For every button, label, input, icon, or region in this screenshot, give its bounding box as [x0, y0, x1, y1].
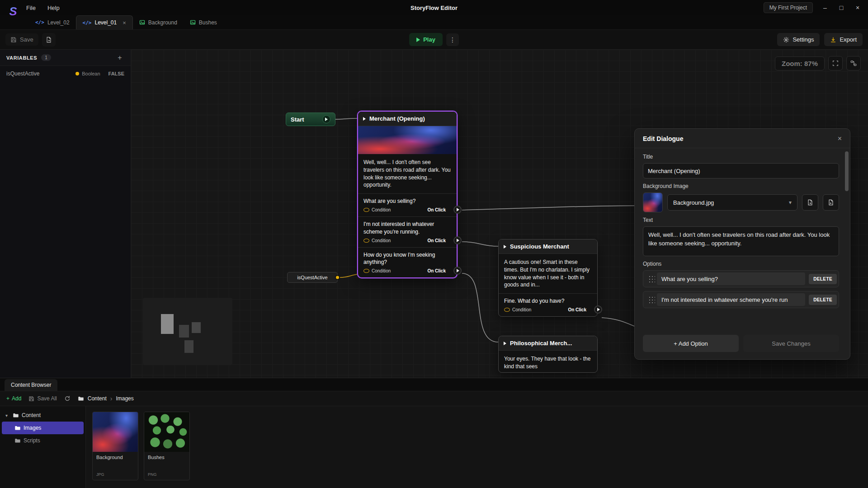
file-import-icon — [828, 199, 834, 206]
delete-option-button[interactable]: DELETE — [809, 274, 837, 284]
suspicious-node-header[interactable]: Suspicious Merchant — [499, 239, 597, 254]
drag-handle-icon[interactable] — [648, 274, 655, 283]
start-node[interactable]: Start — [286, 113, 335, 126]
add-option-button[interactable]: + Add Option — [643, 335, 739, 352]
content-browser-tab[interactable]: Content Browser — [5, 379, 57, 391]
document-tab-bar: </> Level_02 </> Level_01 × Background B… — [0, 15, 868, 30]
panel-title: Edit Dialogue — [643, 135, 683, 142]
file-export-icon — [807, 199, 813, 206]
minimap-node — [179, 325, 189, 338]
breadcrumb-current[interactable]: Images — [116, 395, 133, 402]
delete-option-button[interactable]: DELETE — [809, 295, 837, 305]
tab-background[interactable]: Background — [133, 15, 184, 29]
option-output-port[interactable] — [453, 206, 462, 214]
condition-badge[interactable]: Condition — [363, 238, 391, 243]
tree-item-images[interactable]: Images — [2, 422, 84, 434]
tab-level-01[interactable]: </> Level_01 × — [76, 15, 133, 29]
scrollbar-thumb[interactable] — [845, 151, 849, 191]
play-button[interactable]: Play — [409, 33, 443, 46]
tree-item-label: Images — [24, 425, 41, 431]
more-options-button[interactable]: ⋮ — [446, 33, 459, 46]
panel-scrollbar[interactable] — [845, 150, 849, 356]
option-output-port[interactable] — [453, 267, 462, 275]
option-text: I'm not interested in whatever scheme yo… — [363, 221, 451, 235]
asset-card-bushes[interactable]: Bushes PNG — [144, 412, 190, 480]
variable-node-isquestactive[interactable]: isQuestActive — [287, 272, 338, 283]
panel-close-icon[interactable]: × — [838, 135, 842, 143]
add-asset-button[interactable]: + Add — [6, 395, 21, 402]
breadcrumb-root[interactable]: Content — [88, 395, 107, 402]
merchant-node-header[interactable]: Merchant (Opening) — [358, 112, 457, 126]
project-name-badge[interactable]: My First Project — [764, 2, 813, 13]
add-label: Add — [12, 395, 21, 402]
option-output-port[interactable] — [453, 236, 462, 244]
maximize-button[interactable]: □ — [837, 4, 845, 11]
dialogue-option-1[interactable]: What are you selling? Condition On Click — [358, 193, 457, 216]
add-variable-button[interactable]: + — [115, 54, 124, 62]
drag-handle-icon[interactable] — [648, 295, 655, 304]
save-changes-button[interactable]: Save Changes — [743, 335, 839, 352]
condition-badge[interactable]: Condition — [363, 207, 391, 212]
tab-close-icon[interactable]: × — [123, 19, 126, 26]
auto-layout-button[interactable] — [846, 56, 861, 70]
load-file-button[interactable] — [42, 33, 56, 47]
tree-item-content[interactable]: ▾ Content — [2, 409, 84, 422]
menu-help[interactable]: Help — [47, 5, 60, 11]
condition-label: Condition — [372, 238, 391, 243]
option-text: What are you selling? — [363, 197, 451, 205]
background-image-select[interactable]: Background.jpg ▾ — [667, 194, 797, 211]
suspicious-merchant-node[interactable]: Suspicious Merchant A cautious one! Smar… — [498, 239, 598, 317]
chevron-right-icon: › — [110, 395, 113, 402]
suspicious-option-1[interactable]: Fine. What do you have? Condition On Cli… — [499, 293, 597, 316]
folder-icon — [14, 425, 21, 431]
minimize-button[interactable]: – — [821, 4, 829, 11]
play-node-icon — [504, 245, 506, 249]
window-controls: – □ × — [821, 4, 862, 11]
browse-image-button[interactable] — [802, 194, 818, 211]
zoom-level: Zoom: 87% — [775, 56, 825, 70]
asset-type: PNG — [144, 472, 189, 480]
save-all-label: Save All — [37, 395, 57, 402]
variable-output-port[interactable] — [335, 275, 340, 280]
tab-level-02[interactable]: </> Level_02 — [29, 15, 76, 29]
settings-button[interactable]: Settings — [777, 33, 820, 46]
dialogue-option-3[interactable]: How do you know I'm seeking anything? Co… — [358, 247, 457, 277]
chevron-down-icon[interactable]: ▾ — [5, 413, 10, 418]
save-button[interactable]: Save — [5, 33, 38, 46]
philosophical-merchant-node[interactable]: Philosophical Merch... Your eyes. They h… — [498, 336, 598, 373]
fit-view-button[interactable] — [828, 56, 843, 70]
node-graph-canvas[interactable]: Zoom: 87% Start Merchant (Opening) — [131, 50, 868, 378]
folder-icon — [78, 395, 84, 402]
start-output-port[interactable] — [322, 115, 330, 123]
title-input[interactable] — [643, 163, 839, 178]
dialogue-option-2[interactable]: I'm not interested in whatever scheme yo… — [358, 216, 457, 247]
download-icon — [830, 37, 836, 43]
export-button[interactable]: Export — [824, 33, 863, 46]
merchant-node[interactable]: Merchant (Opening) Well, well... I don't… — [357, 111, 458, 278]
condition-eye-icon — [504, 308, 510, 312]
minimap-node — [161, 314, 174, 334]
refresh-button[interactable] — [64, 395, 71, 402]
titlebar: S File Help StoryFlow Editor My First Pr… — [0, 0, 868, 15]
import-image-button[interactable] — [823, 194, 839, 211]
variables-title: VARIABLES — [6, 55, 37, 61]
minimap[interactable] — [143, 298, 232, 365]
condition-eye-icon — [363, 269, 369, 273]
tree-item-scripts[interactable]: Scripts — [2, 434, 84, 447]
close-button[interactable]: × — [854, 4, 862, 11]
tab-bushes[interactable]: Bushes — [184, 15, 223, 29]
start-node-label: Start — [291, 116, 304, 123]
philosophical-node-header[interactable]: Philosophical Merch... — [499, 336, 597, 351]
option-output-port[interactable] — [594, 305, 602, 314]
condition-badge[interactable]: Condition — [363, 268, 391, 273]
option-text-input[interactable]: What are you selling? — [657, 272, 805, 285]
dialogue-text-textarea[interactable]: Well, well... I don't often see traveler… — [643, 226, 839, 256]
option-text-input[interactable]: I'm not interested in whatever scheme yo… — [657, 293, 805, 306]
edit-dialogue-panel: Edit Dialogue × Title Background Image B… — [634, 128, 850, 360]
asset-card-background[interactable]: Background JPG — [92, 412, 138, 480]
save-all-button[interactable]: Save All — [28, 395, 57, 402]
variable-value[interactable]: FALSE — [108, 71, 124, 76]
variable-row[interactable]: isQuestActive Boolean FALSE — [0, 66, 131, 81]
menu-file[interactable]: File — [26, 5, 36, 11]
condition-badge[interactable]: Condition — [504, 307, 531, 312]
